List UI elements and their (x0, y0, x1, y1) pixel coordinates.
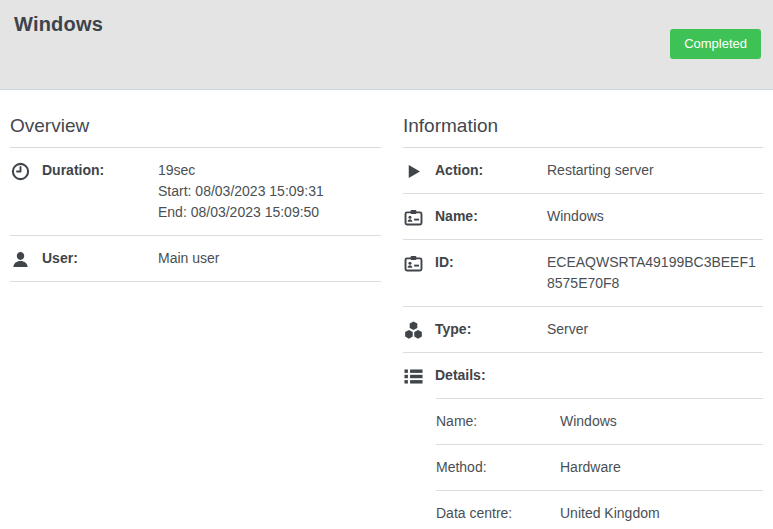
user-value: Main user (158, 248, 381, 269)
overview-title: Overview (10, 114, 381, 148)
status-badge: Completed (670, 29, 761, 59)
information-title: Information (403, 114, 763, 148)
page-header: Windows Completed (0, 0, 773, 90)
user-label: User: (42, 248, 158, 269)
row-user: User: Main user (10, 236, 381, 282)
detail-datacentre-value: United Kingdom (560, 503, 763, 524)
content-area: Overview Duration: 19sec Start: 08/03/20… (0, 90, 773, 529)
detail-method-value: Hardware (560, 457, 763, 478)
detail-method-label: Method: (436, 457, 560, 478)
id-card-icon (403, 207, 423, 227)
action-label: Action: (435, 160, 547, 181)
detail-row-method: Method: Hardware (436, 444, 763, 490)
detail-datacentre-label: Data centre: (436, 503, 560, 524)
detail-name-label: Name: (436, 411, 560, 432)
id-card-icon (403, 253, 423, 273)
detail-row-name: Name: Windows (436, 398, 763, 444)
play-icon (403, 161, 423, 181)
id-value: ECEAQWSRTA49199BC3BEEF18575E70F8 (547, 252, 763, 294)
name-value: Windows (547, 206, 763, 227)
user-icon (10, 249, 30, 269)
duration-value: 19sec Start: 08/03/2023 15:09:31 End: 08… (158, 160, 381, 223)
details-list: Name: Windows Method: Hardware Data cent… (436, 398, 763, 529)
page-title: Windows (14, 13, 103, 36)
duration-label: Duration: (42, 160, 158, 181)
type-value: Server (547, 319, 763, 340)
row-type: Type: Server (403, 307, 763, 353)
detail-name-value: Windows (560, 411, 763, 432)
name-label: Name: (435, 206, 547, 227)
duration-end: End: 08/03/2023 15:09:50 (158, 202, 381, 223)
list-icon (403, 366, 423, 386)
information-section: Information Action: Restarting server (403, 90, 763, 529)
type-label: Type: (435, 319, 547, 340)
cubes-icon (403, 320, 423, 340)
action-value: Restarting server (547, 160, 763, 181)
row-duration: Duration: 19sec Start: 08/03/2023 15:09:… (10, 148, 381, 236)
row-name: Name: Windows (403, 194, 763, 240)
id-label: ID: (435, 252, 547, 273)
details-label: Details: (435, 365, 547, 386)
row-details: Details: (403, 353, 763, 398)
clock-icon (10, 161, 30, 181)
row-id: ID: ECEAQWSRTA49199BC3BEEF18575E70F8 (403, 240, 763, 307)
duration-total: 19sec (158, 160, 381, 181)
detail-row-datacentre: Data centre: United Kingdom (436, 490, 763, 529)
duration-start: Start: 08/03/2023 15:09:31 (158, 181, 381, 202)
row-action: Action: Restarting server (403, 148, 763, 194)
overview-section: Overview Duration: 19sec Start: 08/03/20… (10, 90, 381, 529)
